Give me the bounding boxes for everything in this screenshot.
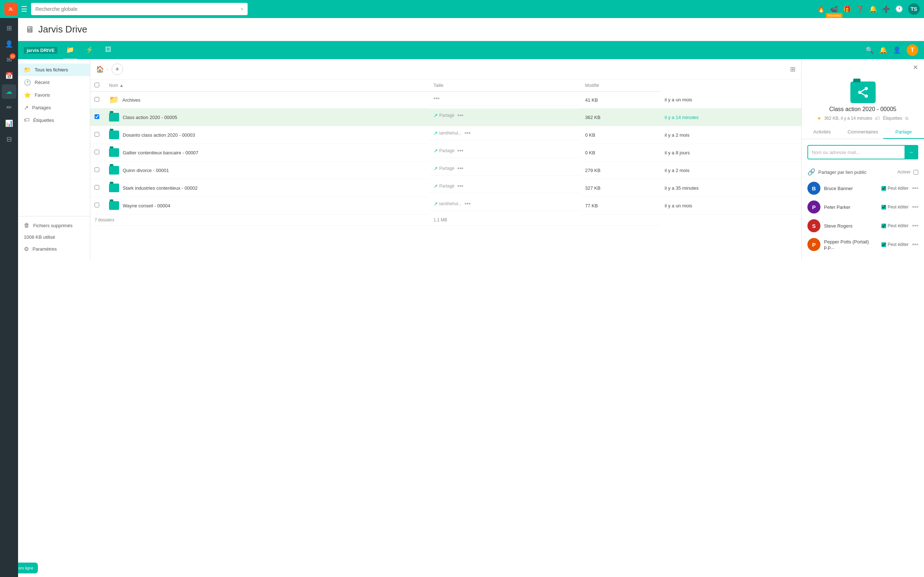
grid-view-button[interactable]: ⊞ [790,65,795,73]
share-users-list: B Bruce Banner Peut éditer ••• P Peter P… [808,179,918,254]
file-more-button[interactable]: ••• [433,95,439,102]
file-more-button[interactable]: ••• [457,112,464,119]
drive-tab-media[interactable]: 🖼 [102,41,115,60]
breadcrumb-home[interactable]: 🏠 [96,65,104,73]
share-user-row: P Peter Parker Peut éditer ••• [808,198,918,216]
share-email-input[interactable] [808,147,905,158]
search-input[interactable] [36,6,241,12]
drive-search-icon[interactable]: 🔍 [866,46,874,54]
row-checkbox[interactable] [95,185,99,190]
drive-user-avatar[interactable]: T [907,44,918,56]
share-input-area[interactable]: → [808,145,918,160]
permission-checkbox[interactable] [881,186,886,191]
help-icon[interactable]: ❓ [856,5,864,13]
nav-shares[interactable]: ↗ Partages [18,102,90,114]
table-row[interactable]: Class action 2020 - 00005 ↗Partagé ••• 3… [90,108,801,126]
sidebar-home-icon[interactable]: ⊞ [2,21,16,35]
table-row[interactable]: Stark industries contentieux - 00002 ↗Pa… [90,179,801,197]
permission-checkbox[interactable] [881,205,886,210]
nav-deleted[interactable]: 🗑 Fichiers supprimés [18,219,90,232]
svg-point-16 [111,169,113,171]
drive-left-nav: 📁 Tous les fichiers 🕐 Récent ⭐ Favoris ↗… [18,59,90,259]
permission-checkbox[interactable] [881,242,886,247]
drive-tab-files[interactable]: 📁 [63,41,77,60]
file-size: 0 KB [581,144,661,161]
nav-tags[interactable]: 🏷 Étiquettes [18,114,90,126]
add-icon[interactable]: ➕ [882,5,890,13]
svg-point-26 [111,205,113,206]
add-button[interactable]: + [111,63,123,75]
modified-col-header[interactable]: Modifié [581,80,661,92]
user-name: Peter Parker [824,205,878,210]
right-panel: ✕ Class action 2020 - 00005 [801,59,924,259]
table-row[interactable]: 📁 Archives ••• 41 KB il y a un mois [90,92,801,108]
row-checkbox[interactable] [95,203,99,207]
user-more-button[interactable]: ••• [912,204,918,210]
user-more-button[interactable]: ••• [912,185,918,192]
table-row[interactable]: Galtier contentieux bancaire - 00007 ↗Pa… [90,144,801,161]
sidebar-users-icon[interactable]: 👤 [2,37,16,51]
panel-folder-icon [850,82,876,103]
storage-label: 1008 KB utilisé [24,234,55,240]
sidebar-grid-icon[interactable]: ⊟ [2,132,16,147]
permission-label: Peut éditer [888,186,908,191]
tab-comments[interactable]: Commentaires [842,126,883,139]
permission-checkbox[interactable] [881,224,886,228]
row-checkbox[interactable] [95,97,99,102]
tag-icon[interactable]: 🏷 [875,115,880,121]
user-more-button[interactable]: ••• [912,241,918,248]
size-col-header[interactable]: Taille [429,80,581,92]
tab-share[interactable]: Partage [883,126,924,139]
file-more-button[interactable]: ••• [457,183,464,189]
fire-icon[interactable]: 🔥 [817,5,825,13]
global-search[interactable]: ▾ [31,3,247,15]
svg-point-10 [115,150,116,152]
sidebar-mail-icon[interactable]: ✉ 29 [2,53,16,67]
sidebar-drive-icon[interactable]: ☁ [2,84,16,99]
file-name: Dosanto class action 2020 - 00003 [123,132,195,138]
svg-point-25 [115,203,116,205]
folder-shared-icon [109,130,119,140]
sidebar-edit-icon[interactable]: ✏ [2,100,16,115]
table-row[interactable]: Dosanto class action 2020 - 00003 ↗iamth… [90,126,801,144]
file-more-button[interactable]: ••• [465,200,471,207]
video-icon[interactable]: 📹 Nouveau [830,5,838,13]
nav-all-files[interactable]: 📁 Tous les fichiers [18,63,90,76]
table-row[interactable]: Wayne conseil - 00004 ↗iamthehul... ••• … [90,197,801,214]
nav-favorites[interactable]: ⭐ Favoris [18,89,90,102]
file-more-button[interactable]: ••• [457,165,464,172]
star-icon[interactable]: ★ [817,116,821,121]
clock-icon[interactable]: 🕐 [895,5,903,13]
panel-close-button[interactable]: ✕ [913,63,918,71]
nav-recent[interactable]: 🕐 Récent [18,76,90,89]
panel-extra-icon[interactable]: ⧉ [905,116,908,121]
drive-bell-icon[interactable]: 🔔 [879,46,887,54]
sidebar-calendar-icon[interactable]: 📅 [2,69,16,83]
checkbox-col-header[interactable] [90,80,105,92]
select-all-checkbox[interactable] [95,82,99,87]
svg-point-15 [115,168,116,169]
tab-activities[interactable]: Activités [802,126,842,139]
drive-tab-activity[interactable]: ⚡ [82,41,96,60]
file-size: 0 KB [581,126,661,144]
table-row[interactable]: Quinn divorce - 00001 ↗Partagé ••• 279 K… [90,161,801,179]
row-checkbox[interactable] [95,114,99,119]
file-more-button[interactable]: ••• [457,148,464,154]
gift-icon[interactable]: 🎁 [843,5,851,13]
activer-checkbox[interactable] [914,170,918,174]
row-checkbox[interactable] [95,132,99,137]
nav-all-files-label: Tous les fichiers [35,67,68,73]
file-more-button[interactable]: ••• [465,130,471,136]
row-checkbox[interactable] [95,150,99,154]
user-avatar[interactable]: TS [908,3,920,15]
user-more-button[interactable]: ••• [912,222,918,229]
nav-settings[interactable]: ⚙ Paramètres [18,243,90,255]
notification-bell-icon[interactable]: 🔔 [869,5,877,13]
share-user-indicator: ↗iamthehul... [433,201,462,206]
name-col-header[interactable]: Nom ▲ [105,80,429,92]
sidebar-chart-icon[interactable]: 📊 [2,116,16,131]
drive-user-icon[interactable]: 👤 [893,46,901,54]
share-send-button[interactable]: → [905,146,918,159]
hamburger-button[interactable]: ☰ [21,5,27,13]
row-checkbox[interactable] [95,167,99,172]
